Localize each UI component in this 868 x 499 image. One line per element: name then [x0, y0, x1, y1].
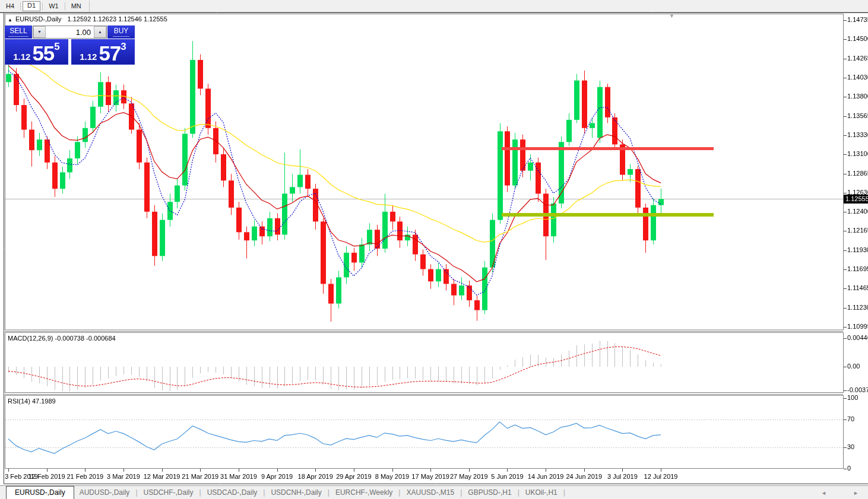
buy-price-prefix: 1.12 [80, 52, 97, 62]
toolbar-separator [89, 1, 90, 12]
date-axis-label: 5 Jun 2019 [491, 473, 523, 480]
date-axis-label: 12 Jul 2019 [644, 473, 678, 480]
rsi-axis-label: 0 [847, 465, 851, 472]
date-axis-label: 21 Mar 2019 [182, 473, 218, 480]
tab-separator: | [563, 487, 566, 499]
price-axis-label: 1.14735 [847, 16, 868, 23]
volume-decrease-button[interactable]: ▼ [33, 26, 46, 38]
price-axis-label: 1.13565 [847, 112, 868, 119]
tab-usdchf-daily[interactable]: USDCHF-,Daily [138, 487, 199, 499]
tf-button-h4[interactable]: H4 [2, 2, 18, 11]
price-axis-label: 1.10995 [847, 323, 868, 330]
sell-price-main: 55 [32, 45, 54, 62]
tab-scroll-left-icon[interactable]: ◄ [821, 490, 826, 496]
macd-indicator-label: MACD(12,26,9) -0.000738 -0.000684 [8, 335, 116, 342]
date-axis-label: 21 Feb 2019 [66, 473, 103, 480]
chart-title: EURUSD-,Daily [15, 15, 62, 23]
tab-gbpusd-h1[interactable]: GBPUSD-,H1 [462, 487, 517, 499]
price-axis-label: 1.13330 [847, 131, 868, 138]
date-axis-label: 29 Apr 2019 [336, 473, 371, 480]
date-axis-label: 3 Mar 2019 [107, 473, 140, 480]
tf-button-d1[interactable]: D1 [23, 1, 40, 11]
macd-axis-label: 0.004465 [847, 334, 868, 341]
tab-usdcad-daily[interactable]: USDCAD-,Daily [202, 487, 263, 499]
buy-price-main: 57 [99, 45, 121, 62]
sell-button-label: SELL [8, 26, 28, 37]
toolbar-separator [42, 2, 43, 10]
price-axis-label: 1.14030 [847, 74, 868, 81]
price-axis-label: 1.14500 [847, 35, 868, 42]
price-axis-label: 1.11930 [847, 246, 868, 253]
tab-xauusd-m15[interactable]: XAUUSD-,M15 [401, 487, 460, 499]
one-click-trading-panel: SELL ▼ ▲ BUY 1.12 55 5 1.12 57 3 [5, 26, 135, 65]
price-axis-label: 1.13100 [847, 150, 868, 157]
buy-button[interactable]: BUY [107, 26, 135, 39]
price-axis-label: 1.11695 [847, 265, 868, 272]
tf-button-mn[interactable]: MN [67, 2, 85, 11]
tf-button-w1[interactable]: W1 [45, 2, 63, 11]
date-axis-label: 14 Jun 2019 [528, 473, 564, 480]
price-axis-label: 1.12865 [847, 170, 868, 177]
date-axis-label: 17 May 2019 [411, 473, 449, 480]
date-axis-label: 27 May 2019 [450, 473, 488, 480]
tab-scroll-right-icon[interactable]: ► [853, 490, 859, 496]
toolbar-separator [20, 2, 21, 10]
sell-price-prefix: 1.12 [13, 52, 30, 62]
buy-button-label: BUY [113, 26, 130, 37]
price-axis-label: 1.11465 [847, 284, 868, 291]
date-axis-label: 31 Mar 2019 [220, 473, 257, 480]
sell-price-button[interactable]: 1.12 55 5 [5, 39, 68, 65]
price-axis-label: 1.12400 [847, 208, 868, 215]
rsi-indicator-label: RSI(14) 47.1989 [8, 398, 56, 405]
toolbar-separator [65, 2, 65, 10]
price-axis-label: 1.14265 [847, 55, 868, 62]
chart-header: ▲EURUSD-,Daily1.12592 1.12623 1.12546 1.… [8, 15, 167, 23]
buy-price-pip: 3 [121, 42, 126, 52]
volume-spinner: ▼ ▲ [33, 26, 107, 39]
current-price-tag: 1.12555 [844, 195, 868, 204]
date-axis-label: 9 Apr 2019 [261, 473, 293, 480]
date-axis-label: 18 Apr 2019 [298, 473, 333, 480]
macd-axis-label: 0.00 [847, 363, 860, 370]
volume-input[interactable] [46, 26, 94, 38]
scroll-to-end-icon[interactable]: ▼ [669, 13, 674, 19]
chart-canvas[interactable] [0, 0, 868, 499]
collapse-chart-icon[interactable]: ▲ [8, 17, 12, 23]
date-axis-label: 3 Jul 2019 [607, 473, 638, 480]
date-axis-label: 8 May 2019 [375, 473, 409, 480]
tab-eurusd-daily[interactable]: EURUSD-,Daily [6, 486, 74, 499]
chart-tab-bar: EURUSD-,DailyAUDUSD-,Daily|USDCHF-,Daily… [0, 485, 868, 499]
rsi-axis-label: 70 [847, 415, 854, 422]
sell-price-pip: 5 [54, 42, 59, 52]
volume-increase-button[interactable]: ▲ [94, 26, 106, 38]
date-axis-label: 24 Jun 2019 [566, 473, 602, 480]
price-axis-label: 1.12630 [847, 189, 868, 196]
price-axis-label: 1.13800 [847, 93, 868, 100]
tab-eurchf-weekly[interactable]: EURCHF-,Weekly [330, 487, 398, 499]
sell-button[interactable]: SELL [5, 26, 32, 39]
tab-ukoil-h1[interactable]: UKOil-,H1 [520, 487, 563, 499]
date-axis-label: 12 Mar 2019 [144, 473, 180, 480]
tab-usdcnh-daily[interactable]: USDCNH-,Daily [265, 487, 327, 499]
chart-ohlc-values: 1.12592 1.12623 1.12546 1.12555 [68, 15, 167, 23]
tab-audusd-daily[interactable]: AUDUSD-,Daily [74, 487, 135, 499]
price-axis-label: 1.12165 [847, 227, 868, 234]
buy-price-button[interactable]: 1.12 57 3 [71, 39, 135, 65]
macd-axis-label: -0.003715 [847, 386, 868, 393]
rsi-axis-label: 30 [847, 443, 854, 450]
rsi-axis-label: 100 [847, 394, 858, 401]
price-axis-label: 1.11230 [847, 304, 868, 311]
timeframe-toolbar: H4D1W1MN [0, 0, 868, 12]
date-axis-label: 12 Feb 2019 [28, 473, 65, 480]
